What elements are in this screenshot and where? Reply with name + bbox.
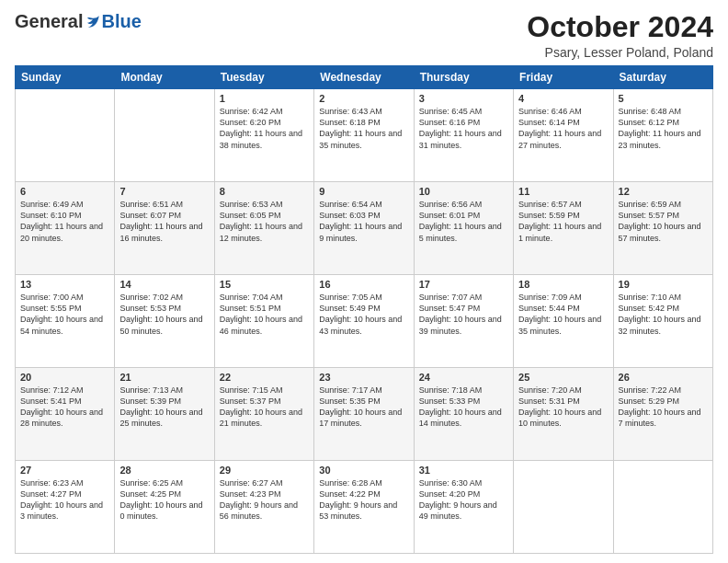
month-title: October 2024 — [527, 11, 713, 43]
logo-bird-icon — [85, 14, 101, 30]
cell-info: Sunrise: 7:10 AM Sunset: 5:42 PM Dayligh… — [619, 292, 708, 337]
cell-info: Sunrise: 7:00 AM Sunset: 5:55 PM Dayligh… — [20, 292, 109, 337]
table-row: 1Sunrise: 6:42 AM Sunset: 6:20 PM Daylig… — [214, 89, 313, 182]
col-friday: Friday — [514, 66, 613, 89]
col-monday: Monday — [115, 66, 214, 89]
day-number: 21 — [119, 372, 209, 383]
cell-info: Sunrise: 7:12 AM Sunset: 5:41 PM Dayligh… — [20, 385, 109, 430]
logo-text: General Blue — [15, 11, 142, 32]
day-number: 19 — [619, 279, 708, 290]
cell-info: Sunrise: 7:18 AM Sunset: 5:33 PM Dayligh… — [419, 385, 508, 430]
day-number: 23 — [319, 372, 408, 383]
table-row: 19Sunrise: 7:10 AM Sunset: 5:42 PM Dayli… — [613, 275, 712, 368]
header: General Blue October 2024 Psary, Lesser … — [15, 11, 713, 60]
calendar-week-row: 6Sunrise: 6:49 AM Sunset: 6:10 PM Daylig… — [16, 182, 713, 275]
calendar-week-row: 20Sunrise: 7:12 AM Sunset: 5:41 PM Dayli… — [16, 368, 713, 461]
day-number: 10 — [419, 186, 508, 197]
day-number: 24 — [419, 372, 508, 383]
day-number: 7 — [119, 186, 209, 197]
table-row: 9Sunrise: 6:54 AM Sunset: 6:03 PM Daylig… — [314, 182, 414, 275]
table-row — [115, 89, 214, 182]
table-row — [613, 461, 712, 554]
table-row: 29Sunrise: 6:27 AM Sunset: 4:23 PM Dayli… — [214, 461, 313, 554]
col-wednesday: Wednesday — [314, 66, 414, 89]
cell-info: Sunrise: 6:27 AM Sunset: 4:23 PM Dayligh… — [220, 477, 309, 523]
cell-info: Sunrise: 7:17 AM Sunset: 5:35 PM Dayligh… — [319, 385, 408, 430]
cell-info: Sunrise: 6:23 AM Sunset: 4:27 PM Dayligh… — [20, 477, 109, 523]
day-number: 3 — [419, 93, 508, 104]
page: General Blue October 2024 Psary, Lesser … — [0, 0, 728, 563]
logo-general: General — [15, 11, 83, 32]
day-number: 29 — [220, 465, 309, 476]
cell-info: Sunrise: 6:59 AM Sunset: 5:57 PM Dayligh… — [619, 199, 708, 244]
table-row: 6Sunrise: 6:49 AM Sunset: 6:10 PM Daylig… — [16, 182, 115, 275]
cell-info: Sunrise: 6:30 AM Sunset: 4:20 PM Dayligh… — [419, 477, 508, 523]
cell-info: Sunrise: 6:48 AM Sunset: 6:12 PM Dayligh… — [619, 106, 708, 151]
day-number: 30 — [319, 465, 408, 476]
table-row: 7Sunrise: 6:51 AM Sunset: 6:07 PM Daylig… — [115, 182, 214, 275]
day-number: 22 — [220, 372, 309, 383]
day-number: 26 — [619, 372, 708, 383]
day-number: 5 — [619, 93, 708, 104]
table-row: 5Sunrise: 6:48 AM Sunset: 6:12 PM Daylig… — [613, 89, 712, 182]
day-number: 20 — [20, 372, 109, 383]
calendar-header-row: Sunday Monday Tuesday Wednesday Thursday… — [16, 66, 713, 89]
cell-info: Sunrise: 7:20 AM Sunset: 5:31 PM Dayligh… — [518, 385, 608, 430]
cell-info: Sunrise: 7:22 AM Sunset: 5:29 PM Dayligh… — [619, 385, 708, 430]
cell-info: Sunrise: 6:51 AM Sunset: 6:07 PM Dayligh… — [119, 199, 209, 244]
header-right: October 2024 Psary, Lesser Poland, Polan… — [527, 11, 713, 60]
cell-info: Sunrise: 7:07 AM Sunset: 5:47 PM Dayligh… — [419, 292, 508, 337]
day-number: 13 — [20, 279, 109, 290]
day-number: 14 — [119, 279, 209, 290]
table-row: 21Sunrise: 7:13 AM Sunset: 5:39 PM Dayli… — [115, 368, 214, 461]
day-number: 1 — [220, 93, 309, 104]
calendar-table: Sunday Monday Tuesday Wednesday Thursday… — [15, 65, 713, 554]
cell-info: Sunrise: 7:05 AM Sunset: 5:49 PM Dayligh… — [319, 292, 408, 337]
day-number: 9 — [319, 186, 408, 197]
day-number: 18 — [518, 279, 608, 290]
calendar-week-row: 13Sunrise: 7:00 AM Sunset: 5:55 PM Dayli… — [16, 275, 713, 368]
cell-info: Sunrise: 7:02 AM Sunset: 5:53 PM Dayligh… — [119, 292, 209, 337]
cell-info: Sunrise: 6:56 AM Sunset: 6:01 PM Dayligh… — [419, 199, 508, 244]
day-number: 28 — [119, 465, 209, 476]
col-tuesday: Tuesday — [214, 66, 313, 89]
day-number: 8 — [220, 186, 309, 197]
day-number: 16 — [319, 279, 408, 290]
cell-info: Sunrise: 6:42 AM Sunset: 6:20 PM Dayligh… — [220, 106, 309, 151]
table-row: 22Sunrise: 7:15 AM Sunset: 5:37 PM Dayli… — [214, 368, 313, 461]
table-row: 15Sunrise: 7:04 AM Sunset: 5:51 PM Dayli… — [214, 275, 313, 368]
table-row: 18Sunrise: 7:09 AM Sunset: 5:44 PM Dayli… — [514, 275, 613, 368]
table-row: 31Sunrise: 6:30 AM Sunset: 4:20 PM Dayli… — [414, 461, 513, 554]
day-number: 25 — [518, 372, 608, 383]
cell-info: Sunrise: 6:46 AM Sunset: 6:14 PM Dayligh… — [518, 106, 608, 151]
cell-info: Sunrise: 6:28 AM Sunset: 4:22 PM Dayligh… — [319, 477, 408, 523]
logo: General Blue — [15, 11, 142, 32]
day-number: 2 — [319, 93, 408, 104]
day-number: 15 — [220, 279, 309, 290]
table-row: 3Sunrise: 6:45 AM Sunset: 6:16 PM Daylig… — [414, 89, 513, 182]
day-number: 11 — [518, 186, 608, 197]
cell-info: Sunrise: 6:49 AM Sunset: 6:10 PM Dayligh… — [20, 199, 109, 244]
col-thursday: Thursday — [414, 66, 513, 89]
table-row: 30Sunrise: 6:28 AM Sunset: 4:22 PM Dayli… — [314, 461, 414, 554]
table-row: 28Sunrise: 6:25 AM Sunset: 4:25 PM Dayli… — [115, 461, 214, 554]
table-row: 16Sunrise: 7:05 AM Sunset: 5:49 PM Dayli… — [314, 275, 414, 368]
table-row — [514, 461, 613, 554]
day-number: 27 — [20, 465, 109, 476]
cell-info: Sunrise: 6:57 AM Sunset: 5:59 PM Dayligh… — [518, 199, 608, 244]
cell-info: Sunrise: 6:25 AM Sunset: 4:25 PM Dayligh… — [119, 477, 209, 523]
day-number: 6 — [20, 186, 109, 197]
cell-info: Sunrise: 6:54 AM Sunset: 6:03 PM Dayligh… — [319, 199, 408, 244]
table-row: 26Sunrise: 7:22 AM Sunset: 5:29 PM Dayli… — [613, 368, 712, 461]
day-number: 12 — [619, 186, 708, 197]
table-row: 13Sunrise: 7:00 AM Sunset: 5:55 PM Dayli… — [16, 275, 115, 368]
calendar-week-row: 1Sunrise: 6:42 AM Sunset: 6:20 PM Daylig… — [16, 89, 713, 182]
cell-info: Sunrise: 6:45 AM Sunset: 6:16 PM Dayligh… — [419, 106, 508, 151]
cell-info: Sunrise: 7:13 AM Sunset: 5:39 PM Dayligh… — [119, 385, 209, 430]
logo-blue-text: Blue — [101, 11, 141, 32]
location: Psary, Lesser Poland, Poland — [527, 45, 713, 60]
col-sunday: Sunday — [16, 66, 115, 89]
table-row: 24Sunrise: 7:18 AM Sunset: 5:33 PM Dayli… — [414, 368, 513, 461]
calendar-week-row: 27Sunrise: 6:23 AM Sunset: 4:27 PM Dayli… — [16, 461, 713, 554]
cell-info: Sunrise: 7:09 AM Sunset: 5:44 PM Dayligh… — [518, 292, 608, 337]
